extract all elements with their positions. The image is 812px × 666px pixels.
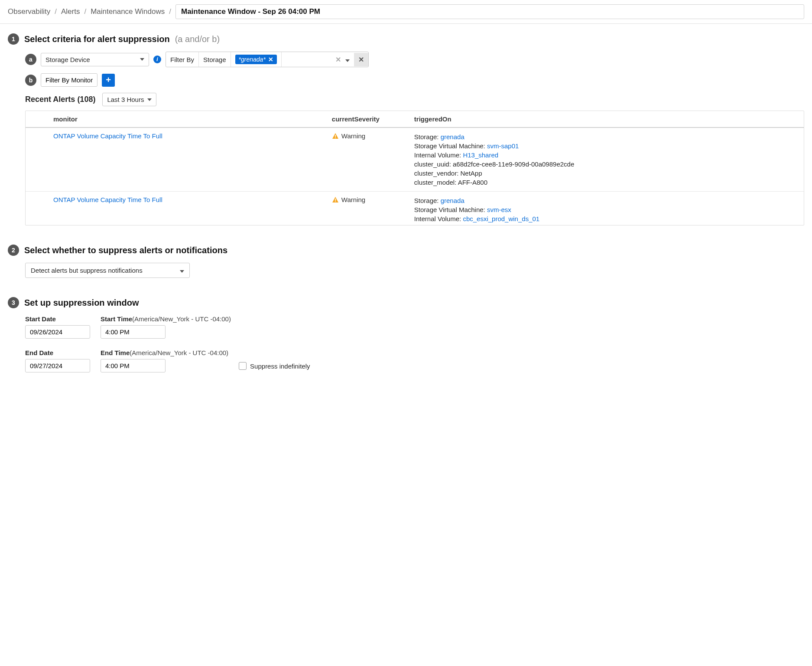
filter-chip: *grenada* ✕ xyxy=(235,55,277,64)
filter-by-monitor-button[interactable]: Filter By Monitor xyxy=(41,73,97,87)
col-severity[interactable]: currentSeverity xyxy=(326,111,408,127)
chevron-down-icon xyxy=(180,267,184,274)
sub-a-badge: a xyxy=(25,54,36,65)
start-date-label: Start Date xyxy=(25,315,90,323)
filter-builder: Filter By Storage *grenada* ✕ ✕ ✕ xyxy=(166,52,369,67)
suppression-mode-value: Detect alerts but suppress notifications xyxy=(31,267,143,274)
end-date-input[interactable] xyxy=(25,359,90,372)
storage-link[interactable]: grenada xyxy=(441,197,464,204)
volume-link[interactable]: H13_shared xyxy=(463,151,498,159)
chevron-down-icon[interactable] xyxy=(345,56,350,63)
step-2-title: Select whether to suppress alerts or not… xyxy=(24,245,227,255)
end-time-label: End Time xyxy=(101,349,130,356)
col-monitor[interactable]: monitor xyxy=(47,111,326,127)
severity-cell: Warning xyxy=(332,196,402,203)
svm-link[interactable]: svm-esx xyxy=(487,206,511,213)
breadcrumb: Observability / Alerts / Maintenance Win… xyxy=(0,0,812,24)
filter-attribute-select[interactable]: Storage xyxy=(199,52,231,67)
suppress-indefinitely-label: Suppress indefinitely xyxy=(250,362,310,370)
filter-chip-text: *grenada* xyxy=(239,56,266,63)
filter-value-chip-area[interactable]: *grenada* ✕ xyxy=(231,52,282,67)
end-time-input[interactable] xyxy=(101,359,166,372)
suppress-indefinitely-checkbox[interactable] xyxy=(239,362,247,370)
monitor-link[interactable]: ONTAP Volume Capacity Time To Full xyxy=(53,132,162,140)
step-number-badge: 2 xyxy=(8,245,19,256)
volume-link[interactable]: cbc_esxi_prod_win_ds_01 xyxy=(463,215,539,222)
cluster-uuid: cluster_uuid: a68d2fce-cee8-11e9-909d-00… xyxy=(414,223,798,225)
suppression-mode-select[interactable]: Detect alerts but suppress notifications xyxy=(25,263,190,278)
sub-b-badge: b xyxy=(25,75,36,86)
severity-cell: Warning xyxy=(332,132,402,140)
cluster-uuid: cluster_uuid: a68d2fce-cee8-11e9-909d-00… xyxy=(414,160,798,169)
step-1-header: 1 Select criteria for alert suppression … xyxy=(8,33,804,45)
svg-rect-3 xyxy=(335,201,336,202)
table-row: ONTAP Volume Capacity Time To FullWarnin… xyxy=(26,127,804,192)
info-icon[interactable]: i xyxy=(153,56,161,63)
timezone-note: (America/New_York - UTC -04:00) xyxy=(132,315,231,323)
recent-alerts-title: Recent Alerts (108) xyxy=(25,95,95,104)
end-date-label: End Date xyxy=(25,349,90,356)
step-3-header: 3 Set up suppression window xyxy=(8,297,804,308)
start-time-input[interactable] xyxy=(101,325,166,339)
step-1-subtext: (a and/or b) xyxy=(175,34,220,44)
svg-rect-1 xyxy=(335,137,336,138)
warning-icon xyxy=(332,133,339,140)
step-1-title: Select criteria for alert suppression xyxy=(24,34,170,44)
device-type-select[interactable]: Storage Device xyxy=(41,53,149,66)
svg-rect-2 xyxy=(335,199,336,201)
time-range-value: Last 3 Hours xyxy=(107,96,144,103)
svm-link[interactable]: svm-sap01 xyxy=(487,142,519,150)
start-time-label: Start Time xyxy=(101,315,132,323)
window-title-input[interactable] xyxy=(175,4,804,19)
breadcrumb-observability[interactable]: Observability xyxy=(8,7,50,16)
recent-alerts-table: monitor currentSeverity triggeredOn ONTA… xyxy=(25,111,804,225)
start-date-input[interactable] xyxy=(25,325,90,339)
warning-icon xyxy=(332,196,339,203)
breadcrumb-maintenance-windows[interactable]: Maintenance Windows xyxy=(91,7,165,16)
step-3-title: Set up suppression window xyxy=(24,298,139,308)
step-2-header: 2 Select whether to suppress alerts or n… xyxy=(8,245,804,256)
cluster-model: cluster_model: AFF-A800 xyxy=(414,178,798,187)
remove-filter-button[interactable]: ✕ xyxy=(354,53,368,66)
col-triggered-on[interactable]: triggeredOn xyxy=(408,111,804,127)
table-row: ONTAP Volume Capacity Time To FullWarnin… xyxy=(26,192,804,226)
breadcrumb-sep: / xyxy=(84,7,86,16)
svg-rect-0 xyxy=(335,135,336,137)
breadcrumb-sep: / xyxy=(55,7,57,16)
filter-by-label[interactable]: Filter By xyxy=(166,52,199,67)
close-icon[interactable]: ✕ xyxy=(268,56,273,63)
step-number-badge: 3 xyxy=(8,297,19,308)
device-type-value: Storage Device xyxy=(45,56,90,63)
step-number-badge: 1 xyxy=(8,33,19,45)
cluster-vendor: cluster_vendor: NetApp xyxy=(414,169,798,178)
time-range-select[interactable]: Last 3 Hours xyxy=(102,93,156,106)
timezone-note: (America/New_York - UTC -04:00) xyxy=(130,349,228,356)
breadcrumb-sep: / xyxy=(169,7,171,16)
clear-filter-icon[interactable]: ✕ xyxy=(334,56,343,64)
add-monitor-filter-button[interactable]: + xyxy=(102,74,115,87)
monitor-link[interactable]: ONTAP Volume Capacity Time To Full xyxy=(53,196,162,203)
storage-link[interactable]: grenada xyxy=(441,133,464,140)
breadcrumb-alerts[interactable]: Alerts xyxy=(61,7,80,16)
